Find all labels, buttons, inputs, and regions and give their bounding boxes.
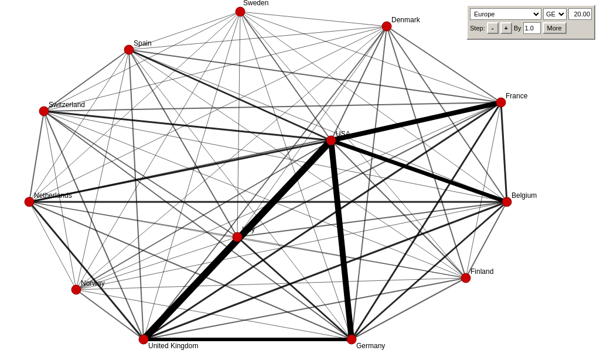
network-graph [0,0,600,364]
plus-button[interactable]: + [500,22,512,34]
control-panel: Europe Americas Asia Global GE LE EQ GT … [466,5,595,40]
step-label: Step: [470,25,485,32]
minus-button[interactable]: - [487,22,499,34]
more-button[interactable]: More [543,22,567,34]
region-select[interactable]: Europe Americas Asia Global [470,8,541,20]
by-input[interactable] [523,22,541,34]
by-label: By [514,25,521,32]
operator-select[interactable]: GE LE EQ GT LT [543,8,567,20]
threshold-input[interactable] [568,8,592,20]
